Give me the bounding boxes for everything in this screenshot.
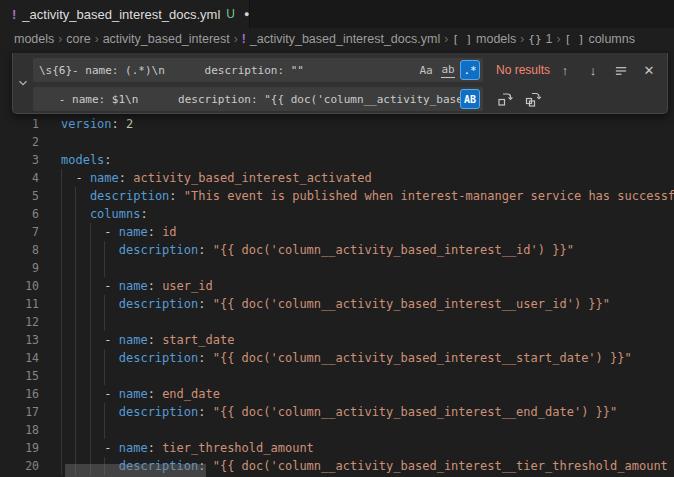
chevron-down-icon: [16, 76, 30, 90]
code-line[interactable]: 10- name: user_id: [0, 277, 674, 295]
code-line[interactable]: 15: [0, 367, 674, 385]
match-case-toggle[interactable]: Aa: [416, 60, 436, 80]
code-line[interactable]: 4- name: activity_based_interest_activat…: [0, 169, 674, 187]
code-line[interactable]: 17description: "{{ doc('column__activity…: [0, 403, 674, 421]
tab-bar: ! _activity_based_interest_docs.yml U ●: [0, 0, 674, 28]
line-number: 17: [0, 403, 39, 421]
find-in-selection-button[interactable]: [611, 60, 631, 80]
breadcrumb-item[interactable]: activity_based_interest: [103, 32, 230, 46]
breadcrumb-item[interactable]: [ ]models: [452, 32, 516, 46]
replace-row: - name: $1\n description: "{{ doc('colum…: [33, 87, 659, 111]
code-line[interactable]: 5description: "This event is published w…: [0, 187, 674, 205]
code-line[interactable]: 3models:: [0, 151, 674, 169]
modified-dot-icon[interactable]: ●: [244, 9, 249, 19]
breadcrumb-label: activity_based_interest: [103, 32, 230, 46]
indent-guide: [90, 277, 91, 295]
breadcrumb-separator-icon: ›: [557, 32, 561, 46]
indent-guide: [61, 313, 62, 331]
replace-all-icon: [525, 91, 541, 107]
code-line[interactable]: 16- name: end_date: [0, 385, 674, 403]
close-button[interactable]: ✕: [639, 60, 659, 80]
breadcrumb-item[interactable]: core: [66, 32, 90, 46]
indent-guide: [104, 241, 105, 259]
breadcrumb-item[interactable]: !_activity_based_interest_docs.yml: [242, 32, 440, 46]
indent-guide: [104, 313, 105, 331]
line-content: [61, 259, 119, 277]
replace-icon: [497, 91, 513, 107]
replace-all-button[interactable]: [523, 89, 543, 109]
indent-guide: [75, 385, 76, 403]
preserve-case-toggle[interactable]: AB: [460, 89, 480, 109]
replace-input-value[interactable]: - name: $1\n description: "{{ doc('colum…: [39, 93, 460, 106]
horizontal-scrollbar[interactable]: [65, 464, 206, 477]
indent-guide: [75, 403, 76, 421]
indent-guide: [75, 205, 76, 223]
breadcrumb-label: _activity_based_interest_docs.yml: [250, 32, 440, 46]
line-number: 13: [0, 331, 39, 349]
indent-guide: [104, 349, 105, 367]
line-number: 9: [0, 259, 39, 277]
indent-guide: [104, 367, 105, 385]
whole-word-toggle[interactable]: ab: [438, 60, 458, 80]
code-line[interactable]: 1version: 2: [0, 115, 674, 133]
breadcrumb-label: 1: [546, 32, 553, 46]
find-input[interactable]: \s{6}- name: (.*)\n description: "" Aa a…: [33, 58, 483, 82]
tab-title: _activity_based_interest_docs.yml: [22, 7, 220, 22]
indent-guide: [61, 349, 62, 367]
breadcrumb-item[interactable]: {}1: [528, 32, 552, 46]
next-match-button[interactable]: ↓: [583, 60, 603, 80]
regex-toggle[interactable]: .*: [460, 60, 480, 80]
code-line[interactable]: 2: [0, 133, 674, 151]
toggle-replace-button[interactable]: [13, 53, 33, 113]
indent-guide: [90, 295, 91, 313]
line-content: - name: user_id: [61, 277, 213, 295]
code-line[interactable]: 13- name: start_date: [0, 331, 674, 349]
yaml-file-icon: !: [12, 7, 16, 22]
tab-active-file[interactable]: ! _activity_based_interest_docs.yml U ●: [0, 0, 250, 28]
indent-guide: [75, 187, 76, 205]
indent-guide: [90, 313, 91, 331]
line-content: version: 2: [61, 115, 133, 133]
line-number: 3: [0, 151, 39, 169]
indent-guide: [61, 421, 62, 439]
breadcrumb-item[interactable]: models: [14, 32, 54, 46]
breadcrumb-item[interactable]: [ ]columns: [565, 32, 635, 46]
indent-guide: [75, 277, 76, 295]
indent-guide: [75, 331, 76, 349]
indent-guide: [75, 295, 76, 313]
breadcrumb-separator-icon: ›: [520, 32, 524, 46]
line-number: 14: [0, 349, 39, 367]
line-number: 6: [0, 205, 39, 223]
indent-guide: [104, 259, 105, 277]
line-content: description: "{{ doc('column__activity_b…: [61, 295, 610, 313]
code-line[interactable]: 6columns:: [0, 205, 674, 223]
breadcrumb-separator-icon: ›: [444, 32, 448, 46]
code-line[interactable]: 11description: "{{ doc('column__activity…: [0, 295, 674, 313]
find-results-status: No results: [496, 63, 550, 77]
code-line[interactable]: 14description: "{{ doc('column__activity…: [0, 349, 674, 367]
replace-input[interactable]: - name: $1\n description: "{{ doc('colum…: [33, 87, 483, 111]
code-line[interactable]: 7- name: id: [0, 223, 674, 241]
line-number: 12: [0, 313, 39, 331]
indent-guide: [61, 385, 62, 403]
indent-guide: [61, 187, 62, 205]
breadcrumb: models›core›activity_based_interest›!_ac…: [0, 28, 674, 50]
line-content: [61, 313, 119, 331]
code-line[interactable]: 18: [0, 421, 674, 439]
line-number: 7: [0, 223, 39, 241]
find-input-value[interactable]: \s{6}- name: (.*)\n description: "": [39, 64, 416, 77]
code-line[interactable]: 19- name: tier_threshold_amount: [0, 439, 674, 457]
object-symbol-icon: {}: [528, 33, 541, 46]
replace-button[interactable]: [495, 89, 515, 109]
line-content: - name: end_date: [61, 385, 220, 403]
indent-guide: [90, 385, 91, 403]
indent-guide: [75, 259, 76, 277]
code-line[interactable]: 12: [0, 313, 674, 331]
previous-match-button[interactable]: ↑: [555, 60, 575, 80]
code-line[interactable]: 9: [0, 259, 674, 277]
code-area[interactable]: 1version: 223models:4- name: activity_ba…: [0, 115, 674, 475]
editor[interactable]: 1version: 223models:4- name: activity_ba…: [0, 50, 674, 477]
indent-guide: [61, 205, 62, 223]
indent-guide: [61, 223, 62, 241]
code-line[interactable]: 8description: "{{ doc('column__activity_…: [0, 241, 674, 259]
